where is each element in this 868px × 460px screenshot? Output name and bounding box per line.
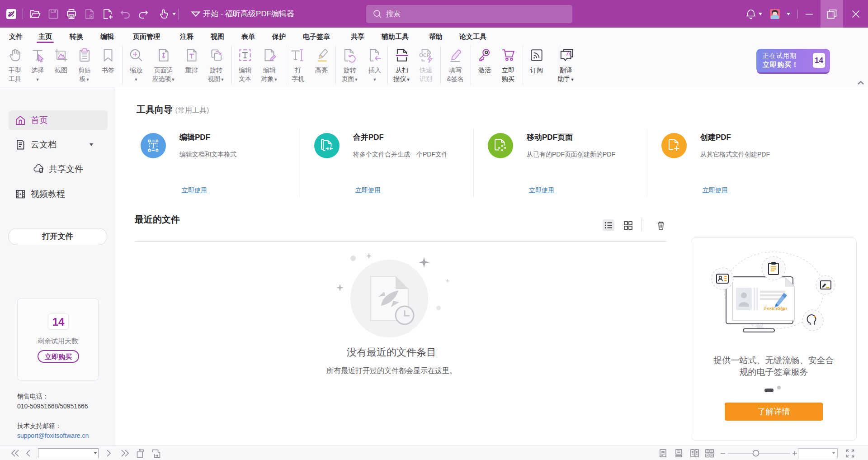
svg-text:A: A: [566, 50, 571, 57]
svg-text:Foxit eSign: Foxit eSign: [764, 306, 787, 311]
svg-text:OCR: OCR: [419, 52, 430, 58]
